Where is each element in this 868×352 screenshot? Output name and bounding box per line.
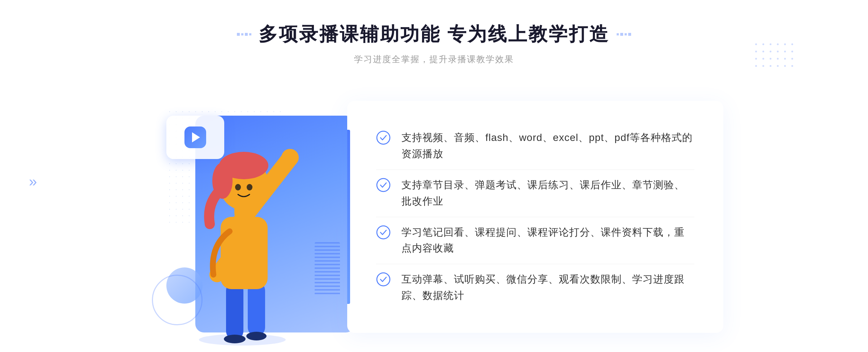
feature-text-4: 互动弹幕、试听购买、微信分享、观看次数限制、学习进度跟踪、数据统计 xyxy=(401,271,694,304)
header-section: 多项录播课辅助功能 专为线上教学打造 学习进度全掌握，提升录播课教学效果 xyxy=(237,22,631,65)
feature-text-3: 学习笔记回看、课程提问、课程评论打分、课件资料下载，重点内容收藏 xyxy=(401,224,694,257)
svg-point-18 xyxy=(377,273,390,286)
svg-rect-1 xyxy=(226,282,243,340)
feature-item-4: 互动弹幕、试听购买、微信分享、观看次数限制、学习进度跟踪、数据统计 xyxy=(376,264,694,311)
subtitle: 学习进度全掌握，提升录播课教学效果 xyxy=(237,53,631,65)
feature-item-1: 支持视频、音频、flash、word、excel、ppt、pdf等各种格式的资源… xyxy=(376,123,694,169)
svg-point-14 xyxy=(247,184,252,190)
person-illustration xyxy=(174,137,311,347)
svg-point-4 xyxy=(246,332,267,340)
feature-item-2: 支持章节目录、弹题考试、课后练习、课后作业、章节测验、批改作业 xyxy=(376,170,694,217)
decoration-dots-top-right xyxy=(755,43,796,69)
illustration-area xyxy=(145,87,376,347)
feature-text-2: 支持章节目录、弹题考试、课后练习、课后作业、章节测验、批改作业 xyxy=(401,177,694,210)
svg-point-8 xyxy=(281,149,299,166)
feature-item-3: 学习笔记回看、课程提问、课程评论打分、课件资料下载，重点内容收藏 xyxy=(376,217,694,264)
features-area: 支持视频、音频、flash、word、excel、ppt、pdf等各种格式的资源… xyxy=(347,101,723,332)
title-deco-left xyxy=(237,33,251,36)
check-circle-icon-1 xyxy=(376,130,391,145)
svg-point-3 xyxy=(224,335,246,343)
title-deco-right xyxy=(617,33,631,36)
main-title: 多项录播课辅助功能 专为线上教学打造 xyxy=(259,22,609,47)
chevron-left-decoration: » xyxy=(29,173,37,190)
page-container: » 多项录播课辅助功能 专为线上教学打造 学习进度全掌握，提升录播课教学效果 xyxy=(0,0,868,352)
title-row: 多项录播课辅助功能 专为线上教学打造 xyxy=(237,22,631,47)
svg-point-13 xyxy=(235,184,241,190)
svg-point-15 xyxy=(377,131,390,144)
svg-point-16 xyxy=(377,179,390,192)
stripe-decoration xyxy=(315,242,340,296)
check-circle-icon-4 xyxy=(376,272,391,287)
content-wrapper: 支持视频、音频、flash、word、excel、ppt、pdf等各种格式的资源… xyxy=(145,87,723,347)
svg-rect-2 xyxy=(248,282,265,336)
svg-point-17 xyxy=(377,226,390,239)
feature-text-1: 支持视频、音频、flash、word、excel、ppt、pdf等各种格式的资源… xyxy=(401,130,694,162)
check-circle-icon-3 xyxy=(376,225,391,240)
check-circle-icon-2 xyxy=(376,178,391,192)
